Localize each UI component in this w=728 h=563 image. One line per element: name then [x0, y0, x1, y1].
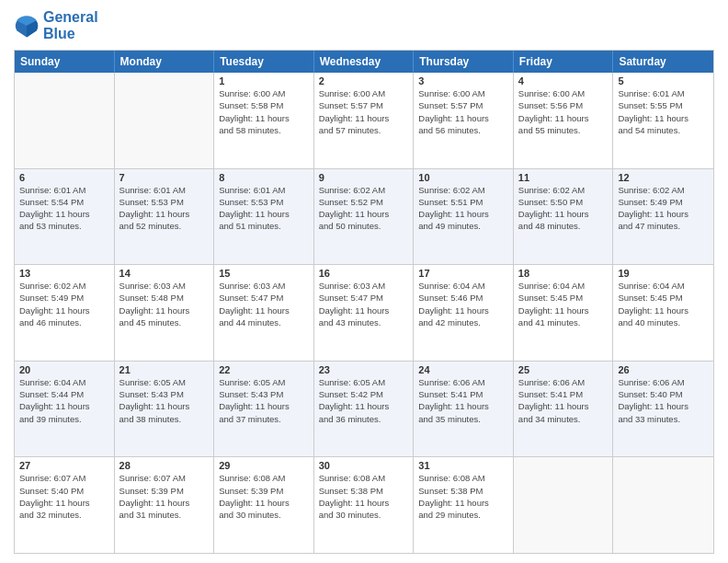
day-number: 17 — [418, 268, 508, 279]
day-number: 7 — [119, 172, 210, 183]
day-number: 5 — [618, 75, 709, 86]
day-info: Sunrise: 6:08 AM Sunset: 5:38 PM Dayligh… — [418, 472, 508, 521]
day-info: Sunrise: 6:05 AM Sunset: 5:43 PM Dayligh… — [219, 376, 309, 425]
day-number: 13 — [19, 268, 109, 279]
day-info: Sunrise: 6:06 AM Sunset: 5:41 PM Dayligh… — [518, 376, 609, 425]
day-number: 2 — [319, 75, 409, 86]
header-cell-tuesday: Tuesday — [214, 51, 314, 73]
day-info: Sunrise: 6:00 AM Sunset: 5:58 PM Dayligh… — [219, 87, 309, 136]
day-info: Sunrise: 6:00 AM Sunset: 5:57 PM Dayligh… — [319, 87, 409, 136]
header-cell-sunday: Sunday — [15, 51, 115, 73]
day-cell-6: 6Sunrise: 6:01 AM Sunset: 5:54 PM Daylig… — [15, 169, 115, 265]
day-info: Sunrise: 6:02 AM Sunset: 5:51 PM Dayligh… — [418, 184, 508, 233]
day-cell-18: 18Sunrise: 6:04 AM Sunset: 5:45 PM Dayli… — [514, 265, 614, 361]
day-cell-15: 15Sunrise: 6:03 AM Sunset: 5:47 PM Dayli… — [214, 265, 314, 361]
day-info: Sunrise: 6:00 AM Sunset: 5:57 PM Dayligh… — [418, 87, 508, 136]
day-number: 14 — [119, 268, 210, 279]
day-cell-14: 14Sunrise: 6:03 AM Sunset: 5:48 PM Dayli… — [115, 265, 215, 361]
empty-cell — [613, 457, 713, 553]
day-cell-27: 27Sunrise: 6:07 AM Sunset: 5:40 PM Dayli… — [15, 457, 115, 553]
day-cell-23: 23Sunrise: 6:05 AM Sunset: 5:42 PM Dayli… — [314, 362, 415, 457]
day-info: Sunrise: 6:03 AM Sunset: 5:47 PM Dayligh… — [319, 280, 409, 328]
day-info: Sunrise: 6:01 AM Sunset: 5:55 PM Dayligh… — [618, 87, 709, 136]
day-number: 21 — [119, 364, 210, 375]
day-number: 9 — [319, 172, 409, 183]
header-cell-saturday: Saturday — [613, 51, 713, 73]
day-number: 6 — [19, 172, 109, 183]
day-info: Sunrise: 6:05 AM Sunset: 5:43 PM Dayligh… — [119, 376, 210, 425]
header-cell-monday: Monday — [115, 51, 215, 73]
day-info: Sunrise: 6:07 AM Sunset: 5:40 PM Dayligh… — [19, 472, 109, 521]
day-info: Sunrise: 6:02 AM Sunset: 5:50 PM Dayligh… — [518, 184, 609, 233]
day-info: Sunrise: 6:02 AM Sunset: 5:49 PM Dayligh… — [618, 184, 709, 233]
calendar: SundayMondayTuesdayWednesdayThursdayFrid… — [14, 50, 714, 554]
day-cell-24: 24Sunrise: 6:06 AM Sunset: 5:41 PM Dayli… — [414, 362, 514, 457]
day-number: 25 — [518, 364, 609, 375]
header-cell-friday: Friday — [514, 51, 614, 73]
day-info: Sunrise: 6:04 AM Sunset: 5:45 PM Dayligh… — [618, 280, 709, 328]
calendar-header: SundayMondayTuesdayWednesdayThursdayFrid… — [15, 51, 713, 73]
day-cell-13: 13Sunrise: 6:02 AM Sunset: 5:49 PM Dayli… — [15, 265, 115, 361]
day-info: Sunrise: 6:01 AM Sunset: 5:53 PM Dayligh… — [119, 184, 210, 233]
day-cell-8: 8Sunrise: 6:01 AM Sunset: 5:53 PM Daylig… — [214, 169, 314, 265]
day-number: 19 — [618, 268, 709, 279]
day-info: Sunrise: 6:02 AM Sunset: 5:49 PM Dayligh… — [19, 280, 109, 328]
day-number: 29 — [219, 460, 309, 471]
logo: General Blue — [14, 9, 98, 42]
header: General Blue — [14, 9, 714, 42]
calendar-row-4: 27Sunrise: 6:07 AM Sunset: 5:40 PM Dayli… — [15, 456, 713, 553]
day-number: 31 — [418, 460, 508, 471]
day-cell-31: 31Sunrise: 6:08 AM Sunset: 5:38 PM Dayli… — [414, 457, 514, 553]
day-number: 4 — [518, 75, 609, 86]
day-number: 18 — [518, 268, 609, 279]
logo-text: General Blue — [43, 9, 98, 42]
calendar-row-2: 13Sunrise: 6:02 AM Sunset: 5:49 PM Dayli… — [15, 264, 713, 361]
day-info: Sunrise: 6:06 AM Sunset: 5:40 PM Dayligh… — [618, 376, 709, 425]
day-cell-1: 1Sunrise: 6:00 AM Sunset: 5:58 PM Daylig… — [214, 73, 314, 168]
day-info: Sunrise: 6:05 AM Sunset: 5:42 PM Dayligh… — [319, 376, 409, 425]
day-number: 30 — [319, 460, 409, 471]
day-number: 20 — [19, 364, 109, 375]
day-info: Sunrise: 6:07 AM Sunset: 5:39 PM Dayligh… — [119, 472, 210, 521]
logo-icon — [14, 13, 40, 39]
day-info: Sunrise: 6:01 AM Sunset: 5:53 PM Dayligh… — [219, 184, 309, 233]
day-number: 26 — [618, 364, 709, 375]
day-cell-22: 22Sunrise: 6:05 AM Sunset: 5:43 PM Dayli… — [214, 362, 314, 457]
empty-cell — [514, 457, 614, 553]
calendar-row-3: 20Sunrise: 6:04 AM Sunset: 5:44 PM Dayli… — [15, 361, 713, 457]
day-info: Sunrise: 6:00 AM Sunset: 5:56 PM Dayligh… — [518, 87, 609, 136]
day-info: Sunrise: 6:02 AM Sunset: 5:52 PM Dayligh… — [319, 184, 409, 233]
empty-cell — [15, 73, 115, 168]
day-info: Sunrise: 6:06 AM Sunset: 5:41 PM Dayligh… — [418, 376, 508, 425]
day-info: Sunrise: 6:08 AM Sunset: 5:38 PM Dayligh… — [319, 472, 409, 521]
day-cell-2: 2Sunrise: 6:00 AM Sunset: 5:57 PM Daylig… — [314, 73, 415, 168]
day-cell-17: 17Sunrise: 6:04 AM Sunset: 5:46 PM Dayli… — [414, 265, 514, 361]
day-cell-16: 16Sunrise: 6:03 AM Sunset: 5:47 PM Dayli… — [314, 265, 415, 361]
day-cell-12: 12Sunrise: 6:02 AM Sunset: 5:49 PM Dayli… — [613, 169, 713, 265]
empty-cell — [115, 73, 215, 168]
calendar-row-0: 1Sunrise: 6:00 AM Sunset: 5:58 PM Daylig… — [15, 73, 713, 168]
day-info: Sunrise: 6:04 AM Sunset: 5:46 PM Dayligh… — [418, 280, 508, 328]
day-info: Sunrise: 6:04 AM Sunset: 5:45 PM Dayligh… — [518, 280, 609, 328]
day-cell-5: 5Sunrise: 6:01 AM Sunset: 5:55 PM Daylig… — [613, 73, 713, 168]
day-number: 23 — [319, 364, 409, 375]
day-number: 22 — [219, 364, 309, 375]
day-cell-30: 30Sunrise: 6:08 AM Sunset: 5:38 PM Dayli… — [314, 457, 415, 553]
day-info: Sunrise: 6:08 AM Sunset: 5:39 PM Dayligh… — [219, 472, 309, 521]
day-cell-28: 28Sunrise: 6:07 AM Sunset: 5:39 PM Dayli… — [115, 457, 215, 553]
day-number: 24 — [418, 364, 508, 375]
day-cell-7: 7Sunrise: 6:01 AM Sunset: 5:53 PM Daylig… — [115, 169, 215, 265]
day-number: 16 — [319, 268, 409, 279]
day-number: 28 — [119, 460, 210, 471]
calendar-body: 1Sunrise: 6:00 AM Sunset: 5:58 PM Daylig… — [15, 73, 713, 553]
header-cell-thursday: Thursday — [414, 51, 514, 73]
day-number: 1 — [219, 75, 309, 86]
day-info: Sunrise: 6:04 AM Sunset: 5:44 PM Dayligh… — [19, 376, 109, 425]
day-cell-10: 10Sunrise: 6:02 AM Sunset: 5:51 PM Dayli… — [414, 169, 514, 265]
day-cell-25: 25Sunrise: 6:06 AM Sunset: 5:41 PM Dayli… — [514, 362, 614, 457]
day-cell-3: 3Sunrise: 6:00 AM Sunset: 5:57 PM Daylig… — [414, 73, 514, 168]
day-cell-20: 20Sunrise: 6:04 AM Sunset: 5:44 PM Dayli… — [15, 362, 115, 457]
day-number: 8 — [219, 172, 309, 183]
day-number: 12 — [618, 172, 709, 183]
day-number: 27 — [19, 460, 109, 471]
